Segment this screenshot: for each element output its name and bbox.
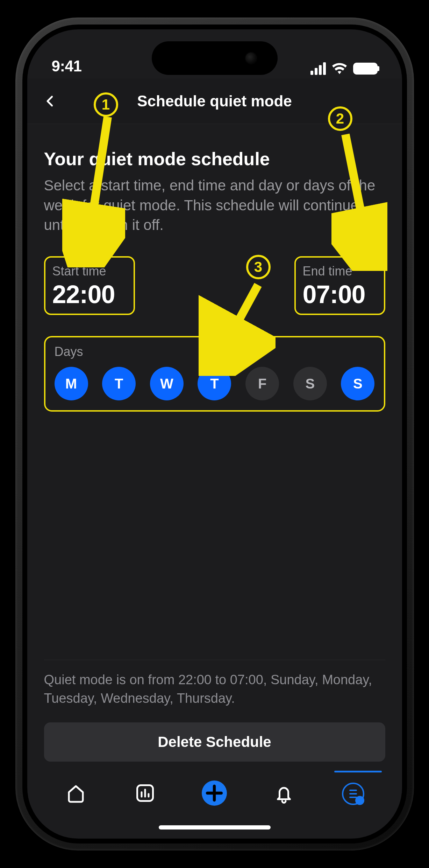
- home-indicator: [159, 825, 271, 830]
- delete-schedule-button[interactable]: Delete Schedule: [44, 722, 385, 762]
- day-toggle[interactable]: S: [293, 367, 327, 400]
- start-time-picker[interactable]: Start time 22:00: [44, 256, 135, 315]
- day-toggle[interactable]: S: [341, 367, 374, 400]
- end-time-value: 07:00: [303, 280, 376, 309]
- back-button[interactable]: [44, 95, 56, 107]
- section-description: Select a start time, end time and day or…: [44, 176, 385, 235]
- days-label: Days: [55, 344, 375, 359]
- status-time: 9:41: [52, 57, 82, 75]
- battery-icon: [353, 63, 378, 75]
- status-icons: [310, 62, 378, 75]
- tab-stats[interactable]: [124, 783, 166, 804]
- end-time-picker[interactable]: End time 07:00: [294, 256, 385, 315]
- wifi-icon: [332, 62, 347, 75]
- section-heading: Your quiet mode schedule: [44, 148, 385, 169]
- end-time-label: End time: [303, 264, 376, 279]
- page-title: Schedule quiet mode: [137, 92, 292, 110]
- tab-create[interactable]: [193, 783, 235, 806]
- footer: Quiet mode is on from 22:00 to 07:00, Su…: [44, 660, 385, 762]
- divider: [44, 660, 385, 660]
- tab-notifications[interactable]: [263, 783, 305, 804]
- day-toggle[interactable]: T: [198, 367, 231, 400]
- stats-icon: [135, 783, 156, 804]
- home-icon: [65, 783, 86, 804]
- dynamic-island: [152, 41, 278, 75]
- screen: 9:41: [27, 29, 402, 839]
- chevron-left-icon: [44, 95, 56, 107]
- cellular-signal-icon: [310, 62, 326, 75]
- schedule-summary: Quiet mode is on from 22:00 to 07:00, Su…: [44, 671, 385, 708]
- day-toggle[interactable]: W: [150, 367, 184, 400]
- nav-header: Schedule quiet mode: [27, 78, 402, 124]
- start-time-value: 22:00: [52, 280, 125, 309]
- days-selector: Days MTWTFSS: [44, 336, 385, 412]
- day-toggle[interactable]: T: [102, 367, 136, 400]
- bell-icon: [273, 783, 294, 804]
- day-toggle[interactable]: F: [245, 367, 279, 400]
- plus-icon: [202, 780, 227, 806]
- active-tab-indicator: [334, 771, 382, 772]
- tab-menu[interactable]: [332, 783, 374, 805]
- day-toggle[interactable]: M: [55, 367, 88, 400]
- content: Your quiet mode schedule Select a start …: [27, 124, 402, 839]
- start-time-label: Start time: [52, 264, 125, 279]
- tab-home[interactable]: [55, 783, 97, 804]
- device-frame: 9:41: [15, 18, 414, 850]
- menu-icon: [342, 783, 364, 805]
